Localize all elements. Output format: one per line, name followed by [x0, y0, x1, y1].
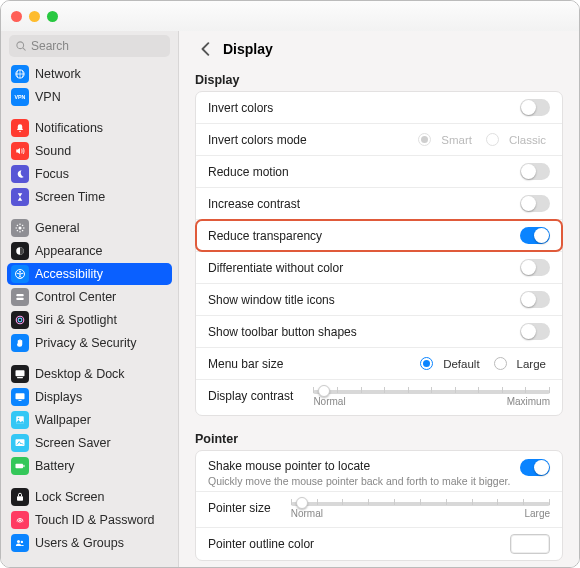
close-window-button[interactable] [11, 11, 22, 22]
sidebar-item-label: General [35, 221, 79, 235]
row-display-contrast: Display contrast Normal Maximum [196, 380, 562, 415]
hand-icon [11, 334, 29, 352]
zoom-window-button[interactable] [47, 11, 58, 22]
radio-invert-classic[interactable] [486, 133, 499, 146]
label-diff-color: Differentiate without color [208, 261, 343, 275]
row-outline-color: Pointer outline color [196, 528, 562, 560]
label-display-contrast: Display contrast [208, 389, 293, 403]
sidebar-item-wallpaper[interactable]: Wallpaper [7, 409, 172, 431]
slider-min-contrast: Normal [313, 396, 345, 407]
back-button[interactable] [195, 38, 217, 60]
svg-rect-14 [17, 377, 23, 378]
label-reduce-motion: Reduce motion [208, 165, 289, 179]
sidebar-item-vpn[interactable]: VPNVPN [7, 86, 172, 108]
svg-rect-9 [16, 294, 24, 296]
svg-rect-22 [17, 496, 23, 501]
sidebar-item-focus[interactable]: Focus [7, 163, 172, 185]
bell-icon [11, 119, 29, 137]
row-menubar-size: Menu bar size Default Large [196, 348, 562, 380]
accessibility-icon [11, 265, 29, 283]
toggle-invert-colors[interactable] [520, 99, 550, 116]
svg-rect-13 [16, 370, 25, 376]
sidebar-item-appearance[interactable]: Appearance [7, 240, 172, 262]
sidebar-item-sound[interactable]: Sound [7, 140, 172, 162]
sidebar-item-label: Wallpaper [35, 413, 91, 427]
toggle-shake-pointer[interactable] [520, 459, 550, 476]
label-reduce-transparency: Reduce transparency [208, 229, 322, 243]
toggle-reduce-motion[interactable] [520, 163, 550, 180]
row-pointer-size: Pointer size Normal Large [196, 492, 562, 528]
sidebar-item-displays[interactable]: Displays [7, 386, 172, 408]
window-titlebar [1, 1, 579, 31]
siri-icon [11, 311, 29, 329]
svg-point-23 [17, 540, 20, 543]
main-content: Display Display Invert colors Invert col… [179, 31, 579, 567]
sidebar-item-lock-screen[interactable]: Lock Screen [7, 486, 172, 508]
toggle-title-icons[interactable] [520, 291, 550, 308]
slider-display-contrast[interactable] [313, 390, 550, 394]
toggle-reduce-transparency[interactable] [520, 227, 550, 244]
sidebar-item-label: Privacy & Security [35, 336, 136, 350]
row-invert-colors: Invert colors [196, 92, 562, 124]
sidebar-item-label: Lock Screen [35, 490, 104, 504]
sidebar-item-privacy-security[interactable]: Privacy & Security [7, 332, 172, 354]
toggle-increase-contrast[interactable] [520, 195, 550, 212]
svg-rect-21 [23, 465, 24, 467]
radio-label-classic: Classic [509, 134, 546, 146]
traffic-lights [11, 11, 58, 22]
sidebar-item-control-center[interactable]: Control Center [7, 286, 172, 308]
sidebar-item-notifications[interactable]: Notifications [7, 117, 172, 139]
sidebar-item-network[interactable]: Network [7, 63, 172, 85]
vpn-icon: VPN [11, 88, 29, 106]
radio-menubar-large[interactable] [494, 357, 507, 370]
users-icon [11, 534, 29, 552]
slider-min-pointer: Normal [291, 508, 323, 519]
sidebar-item-label: Screen Time [35, 190, 105, 204]
fingerprint-icon [11, 511, 29, 529]
toggle-diff-color[interactable] [520, 259, 550, 276]
svg-point-4 [19, 131, 21, 133]
sidebar-item-label: Control Center [35, 290, 116, 304]
sidebar-item-label: Notifications [35, 121, 103, 135]
sidebar-item-touch-id-password[interactable]: Touch ID & Password [7, 509, 172, 531]
sidebar-item-label: Users & Groups [35, 536, 124, 550]
label-invert-colors: Invert colors [208, 101, 273, 115]
svg-rect-20 [16, 464, 24, 469]
sidebar-item-label: Displays [35, 390, 82, 404]
globe-icon [11, 65, 29, 83]
minimize-window-button[interactable] [29, 11, 40, 22]
sidebar-item-screen-saver[interactable]: Screen Saver [7, 432, 172, 454]
sidebar-item-users-groups[interactable]: Users & Groups [7, 532, 172, 554]
sidebar-item-accessibility[interactable]: Accessibility [7, 263, 172, 285]
hourglass-icon [11, 188, 29, 206]
sidebar-item-battery[interactable]: Battery [7, 455, 172, 477]
slider-pointer-size[interactable] [291, 502, 550, 506]
toggle-toolbar-shapes[interactable] [520, 323, 550, 340]
screensaver-icon [11, 434, 29, 452]
sidebar-item-desktop-dock[interactable]: Desktop & Dock [7, 363, 172, 385]
svg-point-8 [19, 271, 21, 273]
page-title: Display [223, 41, 273, 57]
sidebar-item-label: Desktop & Dock [35, 367, 125, 381]
sidebar-item-label: Screen Saver [35, 436, 111, 450]
sidebar-item-screen-time[interactable]: Screen Time [7, 186, 172, 208]
sidebar-item-general[interactable]: General [7, 217, 172, 239]
wallpaper-icon [11, 411, 29, 429]
row-diff-color: Differentiate without color [196, 252, 562, 284]
speaker-icon [11, 142, 29, 160]
colorwell-outline[interactable] [510, 534, 550, 554]
label-increase-contrast: Increase contrast [208, 197, 300, 211]
sidebar-item-siri-spotlight[interactable]: Siri & Spotlight [7, 309, 172, 331]
svg-point-12 [18, 318, 22, 322]
radio-label-large: Large [517, 358, 546, 370]
gear-icon [11, 219, 29, 237]
sidebar-item-label: VPN [35, 90, 61, 104]
display-panel: Invert colors Invert colors mode Smart C… [195, 91, 563, 416]
search-input[interactable]: Search [9, 35, 170, 57]
radio-menubar-default[interactable] [420, 357, 433, 370]
svg-text:VPN: VPN [15, 94, 26, 100]
pointer-panel: Shake mouse pointer to locate Quickly mo… [195, 450, 563, 561]
radio-label-default: Default [443, 358, 479, 370]
row-increase-contrast: Increase contrast [196, 188, 562, 220]
radio-invert-smart[interactable] [418, 133, 431, 146]
